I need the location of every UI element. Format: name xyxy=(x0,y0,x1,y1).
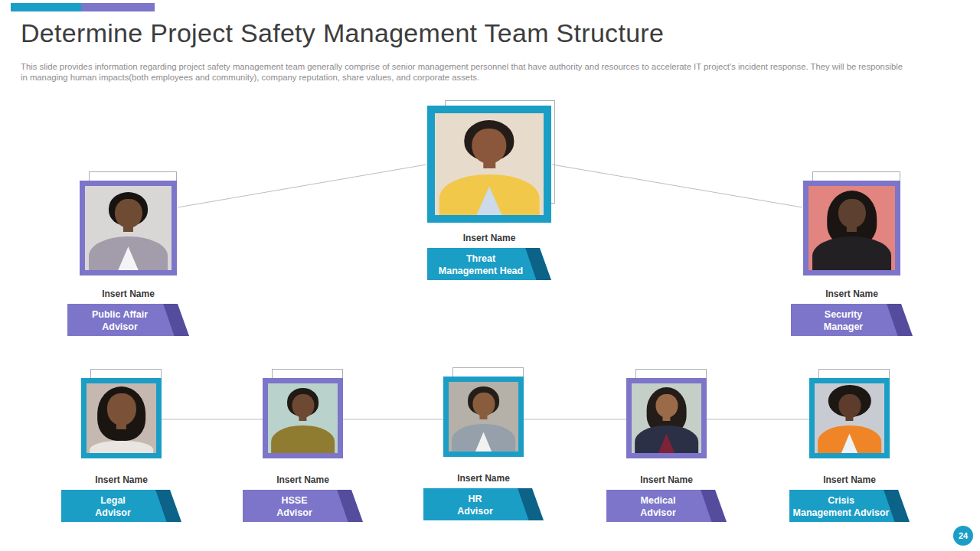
role-line-2: Management Advisor xyxy=(789,507,893,519)
role-line-2: Manager xyxy=(791,321,896,333)
member-photo xyxy=(87,383,156,453)
avatar-head xyxy=(655,394,678,419)
member-photo-frame xyxy=(809,378,890,458)
role-line-1: Medical xyxy=(606,494,710,507)
avatar-torso xyxy=(271,425,335,453)
org-chart-node-security-manager: Insert Name Security Manager xyxy=(791,181,913,336)
avatar-head xyxy=(838,199,865,229)
member-role-ribbon: HSSE Advisor xyxy=(243,490,363,522)
member-name-placeholder: Insert Name xyxy=(276,474,329,485)
role-line-1: HR xyxy=(423,493,527,505)
avatar-torso xyxy=(812,236,892,270)
member-photo-frame xyxy=(81,378,162,458)
member-role-ribbon: Legal Advisor xyxy=(61,490,181,522)
member-photo xyxy=(632,383,701,453)
member-name-placeholder: Insert Name xyxy=(640,474,693,485)
org-chart-node-crisis-management-advisor: Insert Name Crisis Management Advisor xyxy=(789,378,910,522)
avatar-head xyxy=(292,394,314,419)
member-photo-frame xyxy=(80,181,177,276)
org-chart-node-hr-advisor: Insert Name HR Advisor xyxy=(423,377,544,520)
member-name-placeholder: Insert Name xyxy=(102,289,155,299)
slide: Determine Project Safety Management Team… xyxy=(0,0,980,551)
role-line-2: Advisor xyxy=(243,507,346,519)
member-name-placeholder: Insert Name xyxy=(463,233,516,243)
avatar-head xyxy=(114,199,142,229)
avatar-head xyxy=(472,129,506,165)
member-photo-frame xyxy=(443,377,524,457)
role-line-1: Threat xyxy=(427,253,534,265)
member-role-ribbon: HR Advisor xyxy=(423,488,544,520)
org-chart-node-medical-advisor: Insert Name Medical Advisor xyxy=(606,378,727,522)
role-line-2: Advisor xyxy=(606,507,710,519)
org-chart-node-legal-advisor: Insert Name Legal Advisor xyxy=(61,378,181,522)
role-line-1: Security xyxy=(791,308,896,321)
member-photo-frame xyxy=(263,378,343,458)
avatar-head xyxy=(106,393,136,425)
member-photo xyxy=(268,383,338,453)
avatar-head xyxy=(838,394,861,419)
role-line-1: Crisis xyxy=(789,494,893,507)
org-chart-node-threat-management-head: Insert Name Threat Management Head xyxy=(427,106,551,280)
member-role-ribbon: Crisis Management Advisor xyxy=(789,490,910,522)
member-role-ribbon: Threat Management Head xyxy=(427,248,551,280)
member-photo-frame xyxy=(626,378,707,458)
member-name-placeholder: Insert Name xyxy=(95,474,148,485)
role-line-1: HSSE xyxy=(243,494,346,507)
role-line-2: Advisor xyxy=(423,505,527,517)
member-photo xyxy=(449,382,518,452)
member-photo xyxy=(85,186,172,270)
member-role-ribbon: Security Manager xyxy=(791,304,913,336)
role-line-2: Advisor xyxy=(61,507,165,519)
member-photo xyxy=(808,186,895,270)
avatar-head xyxy=(472,393,495,417)
member-name-placeholder: Insert Name xyxy=(825,289,878,299)
member-name-placeholder: Insert Name xyxy=(823,474,876,485)
member-photo-frame xyxy=(803,181,900,276)
member-photo-frame xyxy=(427,106,551,223)
role-line-2: Management Head xyxy=(427,265,534,277)
member-role-ribbon: Medical Advisor xyxy=(606,490,727,522)
role-line-1: Legal xyxy=(61,494,165,507)
member-role-ribbon: Public Affair Advisor xyxy=(67,304,189,336)
member-name-placeholder: Insert Name xyxy=(457,473,510,484)
org-chart-node-public-affair-advisor: Insert Name Public Affair Advisor xyxy=(67,181,189,336)
role-line-1: Public Affair xyxy=(67,308,172,321)
role-line-2: Advisor xyxy=(67,321,172,333)
avatar-torso xyxy=(90,441,154,453)
member-photo xyxy=(815,383,884,453)
org-chart-node-hsse-advisor: Insert Name HSSE Advisor xyxy=(243,378,363,522)
member-photo xyxy=(435,113,544,215)
